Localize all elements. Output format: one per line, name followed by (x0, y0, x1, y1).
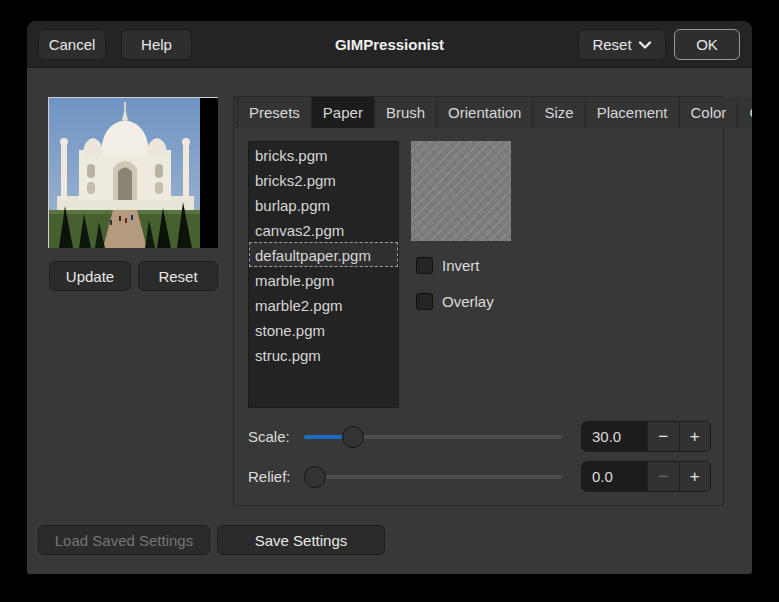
overlay-checkbox[interactable] (416, 293, 433, 310)
overlay-checkbox-row[interactable]: Overlay (416, 291, 494, 311)
cancel-button[interactable]: Cancel (38, 29, 106, 60)
relief-minus-button[interactable]: − (647, 462, 678, 491)
relief-slider-handle[interactable] (304, 466, 326, 488)
list-item[interactable]: burlap.pgm (249, 192, 398, 217)
tab-color[interactable]: Color (680, 97, 739, 128)
scale-spin-group: 30.0 − + (581, 421, 711, 452)
tab-bar: PresetsPaperBrushOrientationSizePlacemen… (234, 97, 723, 128)
invert-checkbox-row[interactable]: Invert (416, 255, 480, 275)
scale-label: Scale: (248, 428, 290, 445)
list-item[interactable]: bricks2.pgm (249, 167, 398, 192)
ok-button[interactable]: OK (674, 29, 740, 60)
list-item[interactable]: bricks.pgm (249, 142, 398, 167)
list-item[interactable]: marble2.pgm (249, 292, 398, 317)
gimpressionist-dialog: Cancel Help GIMPressionist Reset OK (27, 21, 752, 574)
scale-slider-handle[interactable] (342, 426, 364, 448)
preview-reset-button[interactable]: Reset (138, 261, 218, 291)
paper-file-list: bricks.pgmbricks2.pgmburlap.pgmcanvas2.p… (248, 141, 399, 408)
tab-general[interactable]: General (738, 97, 752, 128)
settings-notebook: PresetsPaperBrushOrientationSizePlacemen… (233, 96, 724, 506)
load-saved-settings-button[interactable]: Load Saved Settings (38, 525, 210, 555)
scale-minus-button[interactable]: − (647, 422, 678, 451)
chevron-down-icon (638, 38, 652, 52)
relief-plus-button[interactable]: + (679, 462, 710, 491)
reset-dropdown-button[interactable]: Reset (578, 29, 666, 60)
relief-spin-group: 0.0 − + (581, 461, 711, 492)
paper-texture-preview (411, 141, 511, 241)
relief-slider[interactable] (304, 466, 562, 488)
overlay-label: Overlay (442, 293, 494, 310)
relief-label: Relief: (248, 468, 291, 485)
invert-checkbox[interactable] (416, 257, 433, 274)
update-button[interactable]: Update (49, 261, 131, 291)
scale-plus-button[interactable]: + (679, 422, 710, 451)
tab-placement[interactable]: Placement (586, 97, 680, 128)
list-item[interactable]: canvas2.pgm (249, 217, 398, 242)
tab-paper[interactable]: Paper (312, 97, 375, 128)
reset-dropdown-label: Reset (592, 36, 631, 53)
save-settings-button[interactable]: Save Settings (217, 525, 385, 555)
invert-label: Invert (442, 257, 480, 274)
tab-size[interactable]: Size (533, 97, 585, 128)
scale-value-input[interactable]: 30.0 (582, 422, 647, 451)
list-item[interactable]: marble.pgm (249, 267, 398, 292)
list-item[interactable]: stone.pgm (249, 317, 398, 342)
source-image-preview (48, 97, 218, 248)
tab-brush[interactable]: Brush (375, 97, 437, 128)
scale-slider[interactable] (304, 426, 562, 448)
list-item[interactable]: defaultpaper.pgm (249, 242, 398, 267)
tab-presets[interactable]: Presets (237, 97, 312, 128)
relief-value-input[interactable]: 0.0 (582, 462, 647, 491)
header-bar: Cancel Help GIMPressionist Reset OK (27, 21, 752, 68)
list-item[interactable]: struc.pgm (249, 342, 398, 367)
help-button[interactable]: Help (121, 29, 192, 60)
tab-orientation[interactable]: Orientation (437, 97, 533, 128)
taj-mahal-image (49, 98, 218, 248)
